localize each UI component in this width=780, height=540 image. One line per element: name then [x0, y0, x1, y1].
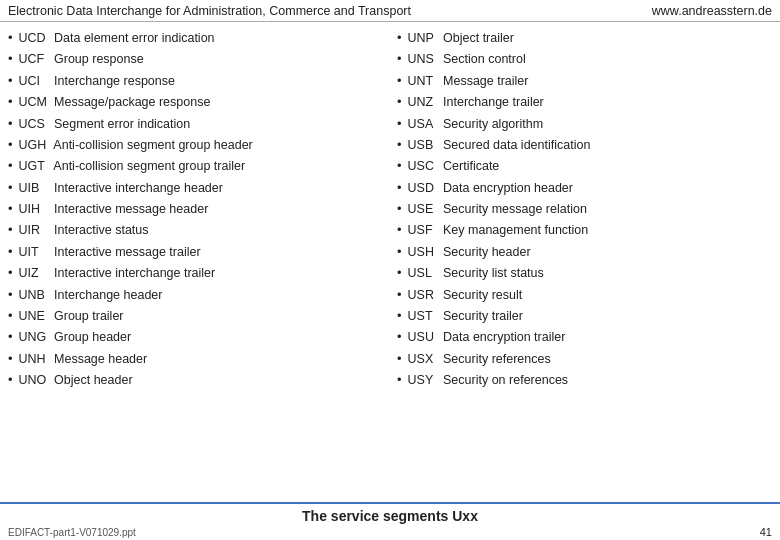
item-code: UNT [408, 72, 440, 91]
item-desc: Anti-collision segment group header [51, 136, 253, 155]
list-item: USF Key management function [397, 220, 772, 240]
item-desc: Secured data identification [440, 136, 591, 155]
item-desc: Key management function [440, 221, 589, 240]
item-code: UCM [19, 93, 51, 112]
item-desc: Data encryption trailer [440, 328, 566, 347]
item-desc: Interactive message trailer [51, 243, 201, 262]
item-desc: Certificate [440, 157, 500, 176]
page-container: Electronic Data Interchange for Administ… [0, 0, 780, 540]
item-desc: Message header [51, 350, 148, 369]
footer-row: EDIFACT-part1-V071029.ppt 41 [8, 526, 772, 538]
item-desc: Interactive message header [51, 200, 209, 219]
item-code: UCI [19, 72, 51, 91]
item-code: USC [408, 157, 440, 176]
list-item: UGT Anti-collision segment group trailer [8, 156, 383, 176]
right-item-list: UNP Object trailerUNS Section controlUNT… [397, 28, 772, 390]
item-desc: Message/package response [51, 93, 211, 112]
item-desc: Security result [440, 286, 523, 305]
list-item: UNH Message header [8, 349, 383, 369]
item-code: UCF [19, 50, 51, 69]
item-code: USB [408, 136, 440, 155]
item-desc: Security algorithm [440, 115, 544, 134]
list-item: UCS Segment error indication [8, 114, 383, 134]
item-desc: Interchange trailer [440, 93, 544, 112]
list-item: UIH Interactive message header [8, 199, 383, 219]
item-code: USX [408, 350, 440, 369]
list-item: USD Data encryption header [397, 178, 772, 198]
item-code: USD [408, 179, 440, 198]
list-item: USR Security result [397, 285, 772, 305]
item-desc: Interchange header [51, 286, 163, 305]
item-code: UNO [19, 371, 51, 390]
bottom-bar: The service segments Uxx EDIFACT-part1-V… [0, 502, 780, 540]
item-desc: Security on references [440, 371, 569, 390]
item-desc: Group trailer [51, 307, 124, 326]
header-title: Electronic Data Interchange for Administ… [8, 4, 411, 18]
item-code: UGH [19, 136, 51, 155]
item-code: UCD [19, 29, 51, 48]
right-column: UNP Object trailerUNS Section controlUNT… [393, 28, 772, 498]
slide-title: The service segments Uxx [8, 508, 772, 524]
item-code: UNH [19, 350, 51, 369]
item-desc: Security references [440, 350, 551, 369]
item-desc: Security header [440, 243, 531, 262]
list-item: UIR Interactive status [8, 220, 383, 240]
list-item: USE Security message relation [397, 199, 772, 219]
header: Electronic Data Interchange for Administ… [0, 0, 780, 22]
item-desc: Security message relation [440, 200, 587, 219]
item-code: USE [408, 200, 440, 219]
list-item: USX Security references [397, 349, 772, 369]
item-code: UCS [19, 115, 51, 134]
list-item: UIB Interactive interchange header [8, 178, 383, 198]
item-desc: Anti-collision segment group trailer [51, 157, 246, 176]
item-code: UST [408, 307, 440, 326]
list-item: USH Security header [397, 242, 772, 262]
item-code: UIT [19, 243, 51, 262]
item-desc: Section control [440, 50, 526, 69]
item-desc: Interchange response [51, 72, 175, 91]
item-code: UGT [19, 157, 51, 176]
item-code: UNS [408, 50, 440, 69]
list-item: UCF Group response [8, 49, 383, 69]
item-code: UNG [19, 328, 51, 347]
item-desc: Data encryption header [440, 179, 573, 198]
list-item: UIT Interactive message trailer [8, 242, 383, 262]
list-item: USL Security list status [397, 263, 772, 283]
list-item: UST Security trailer [397, 306, 772, 326]
main-content: UCD Data element error indicationUCF Gro… [0, 22, 780, 502]
footer-filename: EDIFACT-part1-V071029.ppt [8, 527, 136, 538]
item-desc: Security trailer [440, 307, 523, 326]
item-desc: Security list status [440, 264, 544, 283]
list-item: UCD Data element error indication [8, 28, 383, 48]
item-code: USL [408, 264, 440, 283]
item-code: UNP [408, 29, 440, 48]
list-item: UNP Object trailer [397, 28, 772, 48]
item-code: UIH [19, 200, 51, 219]
item-code: UIB [19, 179, 51, 198]
footer-page-number: 41 [760, 526, 772, 538]
list-item: USC Certificate [397, 156, 772, 176]
item-code: UNB [19, 286, 51, 305]
item-desc: Interactive interchange trailer [51, 264, 216, 283]
item-desc: Interactive status [51, 221, 149, 240]
list-item: UCI Interchange response [8, 71, 383, 91]
item-desc: Group response [51, 50, 144, 69]
list-item: USY Security on references [397, 370, 772, 390]
left-column: UCD Data element error indicationUCF Gro… [8, 28, 393, 498]
list-item: UNT Message trailer [397, 71, 772, 91]
item-desc: Group header [51, 328, 132, 347]
item-code: USA [408, 115, 440, 134]
list-item: UNG Group header [8, 327, 383, 347]
list-item: UNE Group trailer [8, 306, 383, 326]
item-code: USR [408, 286, 440, 305]
item-code: USF [408, 221, 440, 240]
list-item: UNZ Interchange trailer [397, 92, 772, 112]
list-item: UCM Message/package response [8, 92, 383, 112]
item-code: UIR [19, 221, 51, 240]
item-desc: Interactive interchange header [51, 179, 223, 198]
item-code: USU [408, 328, 440, 347]
list-item: UNB Interchange header [8, 285, 383, 305]
list-item: UNO Object header [8, 370, 383, 390]
list-item: USB Secured data identification [397, 135, 772, 155]
item-desc: Object trailer [440, 29, 514, 48]
